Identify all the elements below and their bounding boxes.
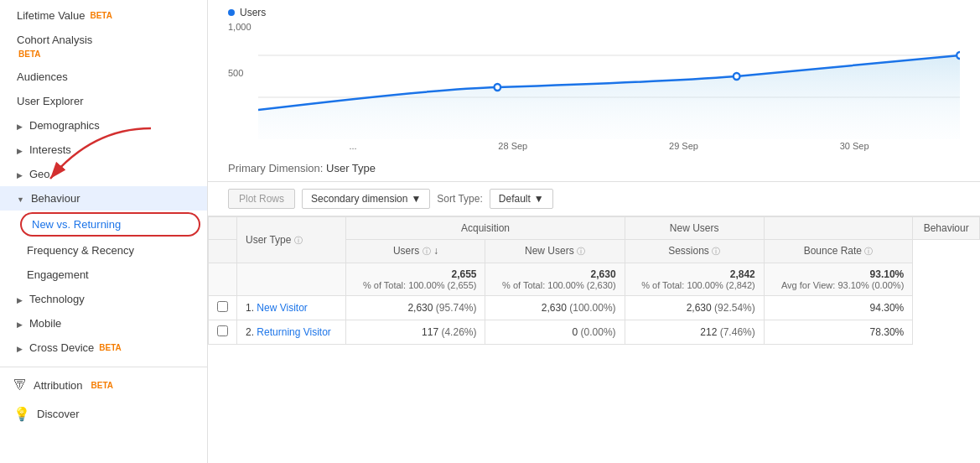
- sidebar-item-label: Geo: [29, 168, 50, 180]
- svg-point-3: [495, 84, 501, 91]
- sidebar-item-new-vs-returning[interactable]: New vs. Returning: [20, 212, 200, 237]
- group-acquisition-sessions: [764, 217, 913, 240]
- main-content: Users 1,000 500: [208, 0, 980, 463]
- col-new-users-header[interactable]: New Users ⓘ: [485, 240, 625, 263]
- chart-legend-label: Users: [240, 7, 266, 18]
- chart-svg: [258, 30, 960, 139]
- new-users-info-icon[interactable]: ⓘ: [577, 247, 585, 256]
- row2-bounce-rate-value: 78.30%: [870, 326, 905, 338]
- sidebar-item-cohort-analysis[interactable]: Cohort Analysis BETA: [0, 28, 207, 65]
- y-label-1000: 1,000: [228, 22, 251, 32]
- row2-users-pct: (4.26%): [441, 326, 476, 338]
- user-type-info-icon[interactable]: ⓘ: [294, 236, 303, 245]
- total-bounce-rate-sub: Avg for View: 93.10% (0.00%): [773, 280, 905, 290]
- sidebar-item-discover[interactable]: 💡 Discover: [0, 399, 207, 429]
- sidebar-item-label: Cross Device: [29, 341, 94, 354]
- col-users-header[interactable]: Users ⓘ ↓: [346, 240, 485, 263]
- sidebar-item-label: Behaviour: [31, 192, 80, 205]
- users-info-icon[interactable]: ⓘ: [423, 247, 431, 256]
- row1-user-type-cell: 1. New Visitor: [237, 296, 346, 320]
- sidebar-item-label: Discover: [37, 408, 80, 420]
- sidebar-item-cross-device[interactable]: Cross Device BETA: [0, 336, 207, 360]
- x-label-30sep: 30 Sep: [840, 141, 869, 151]
- col-bounce-rate-header[interactable]: Bounce Rate ⓘ: [764, 240, 913, 263]
- x-axis: ... 28 Sep 29 Sep 30 Sep: [228, 139, 960, 151]
- expand-icon: [17, 317, 23, 330]
- sort-default-label: Default: [499, 193, 531, 205]
- row2-checkbox[interactable]: [217, 325, 228, 336]
- sidebar-item-label: Lifetime Value: [17, 9, 85, 22]
- row2-new-users-value: 0: [573, 326, 578, 338]
- sidebar-item-label: Engagement: [27, 268, 89, 281]
- row1-link[interactable]: New Visitor: [257, 302, 307, 314]
- primary-dimension-bar: Primary Dimension: User Type: [208, 155, 980, 182]
- row1-checkbox-cell[interactable]: [209, 296, 237, 320]
- toolbar: Plot Rows Secondary dimension ▼ Sort Typ…: [208, 182, 980, 216]
- sidebar-item-label: User Explorer: [17, 95, 83, 107]
- row1-sessions-cell: 2,630 (92.54%): [625, 296, 764, 320]
- secondary-dimension-dropdown[interactable]: Secondary dimension ▼: [302, 189, 430, 209]
- row2-users-value: 117: [422, 326, 438, 338]
- row1-checkbox[interactable]: [217, 301, 228, 312]
- total-sessions-cell: 2,842 % of Total: 100.00% (2,842): [625, 263, 764, 296]
- bounce-rate-info-icon[interactable]: ⓘ: [864, 247, 873, 256]
- sidebar-item-user-explorer[interactable]: User Explorer: [0, 89, 207, 113]
- sort-default-dropdown[interactable]: Default ▼: [490, 189, 553, 209]
- row1-sessions-pct: (92.54%): [714, 302, 755, 314]
- total-bounce-rate-value: 93.10%: [870, 268, 905, 280]
- chart-area: Users 1,000 500: [208, 0, 980, 155]
- expand-icon: [17, 341, 23, 354]
- users-sort-arrow[interactable]: ↓: [433, 245, 438, 257]
- sidebar-item-interests[interactable]: Interests: [0, 138, 207, 162]
- sidebar-item-demographics[interactable]: Demographics: [0, 113, 207, 138]
- col-checkbox-header: [209, 217, 237, 240]
- total-users-sub: % of Total: 100.00% (2,655): [355, 280, 476, 290]
- row1-bounce-rate-value: 94.30%: [870, 302, 905, 314]
- discover-icon: 💡: [13, 406, 30, 422]
- sidebar-item-lifetime-value[interactable]: Lifetime Value BETA: [0, 3, 207, 28]
- expand-icon: [17, 119, 23, 132]
- sidebar-item-geo[interactable]: Geo: [0, 162, 207, 186]
- chart-dot-users: [228, 9, 235, 16]
- sidebar-item-frequency-recency[interactable]: Frequency & Recency: [0, 238, 207, 263]
- total-bounce-rate-cell: 93.10% Avg for View: 93.10% (0.00%): [764, 263, 913, 296]
- sidebar-item-technology[interactable]: Technology: [0, 287, 207, 311]
- plot-rows-button[interactable]: Plot Rows: [228, 189, 295, 209]
- row2-user-type-cell: 2. Returning Visitor: [237, 320, 346, 345]
- total-new-users-value: 2,630: [591, 268, 616, 280]
- row1-num: 1.: [246, 302, 254, 314]
- row2-new-users-pct: (0.00%): [581, 326, 616, 338]
- sidebar-item-mobile[interactable]: Mobile: [0, 311, 207, 336]
- sidebar-item-audiences[interactable]: Audiences: [0, 65, 207, 89]
- total-label-cell: [237, 263, 346, 296]
- sidebar-item-label: Attribution: [34, 379, 83, 392]
- row2-sessions-cell: 212 (7.46%): [625, 320, 764, 345]
- sidebar-item-engagement[interactable]: Engagement: [0, 263, 207, 287]
- col-sessions-header[interactable]: Sessions ⓘ: [625, 240, 764, 263]
- sidebar-item-label: Interests: [29, 143, 71, 156]
- sidebar-item-behaviour[interactable]: Behaviour: [0, 186, 207, 211]
- row2-checkbox-cell[interactable]: [209, 320, 237, 345]
- table-row: 1. New Visitor 2,630 (95.74%) 2,630 (100…: [209, 296, 980, 320]
- expand-icon: [17, 168, 23, 180]
- total-sessions-sub: % of Total: 100.00% (2,842): [634, 280, 755, 290]
- sessions-info-icon[interactable]: ⓘ: [712, 247, 720, 256]
- col-user-type-header: User Type ⓘ: [237, 217, 346, 263]
- total-users-value: 2,655: [451, 268, 476, 280]
- total-users-cell: 2,655 % of Total: 100.00% (2,655): [346, 263, 485, 296]
- row2-sessions-value: 212: [700, 326, 717, 338]
- row1-users-value: 2,630: [407, 302, 433, 314]
- svg-point-4: [734, 73, 740, 80]
- primary-dim-label: Primary Dimension:: [228, 162, 323, 174]
- row2-users-cell: 117 (4.26%): [346, 320, 485, 345]
- sidebar-item-label: Cohort Analysis: [17, 34, 92, 46]
- beta-badge-attribution: BETA: [91, 381, 113, 390]
- sidebar-item-label: Mobile: [29, 317, 61, 330]
- sidebar-item-attribution[interactable]: ⮗ Attribution BETA: [0, 371, 207, 399]
- x-label-28sep: 28 Sep: [498, 141, 527, 151]
- total-checkbox-cell: [209, 263, 237, 296]
- row2-link[interactable]: Returning Visitor: [257, 326, 331, 338]
- beta-badge-cross-device: BETA: [99, 343, 121, 352]
- sidebar-item-label: Technology: [29, 293, 85, 305]
- group-acquisition-new-users: New Users: [625, 217, 764, 240]
